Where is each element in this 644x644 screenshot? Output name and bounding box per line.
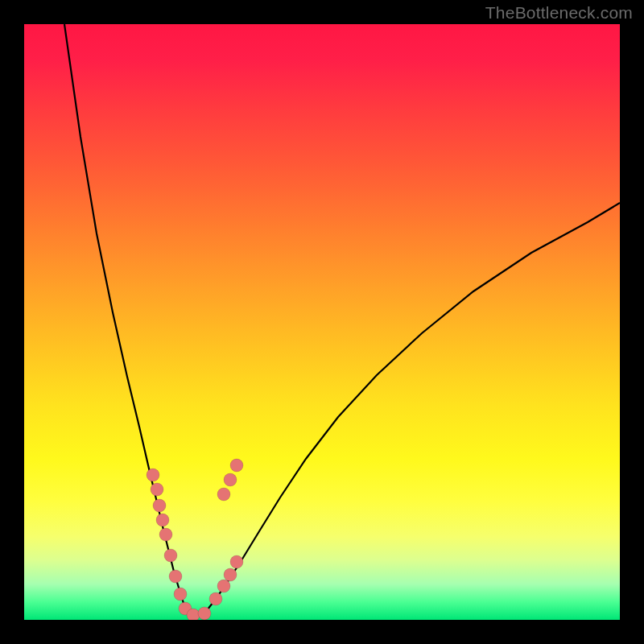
data-dot bbox=[153, 499, 166, 512]
data-dot bbox=[151, 483, 163, 496]
data-dot bbox=[147, 469, 159, 481]
data-dot bbox=[187, 609, 200, 620]
data-dot bbox=[217, 580, 230, 592]
curve-right-arm bbox=[204, 203, 620, 613]
data-dot bbox=[217, 488, 230, 501]
data-dot bbox=[230, 459, 243, 472]
data-dot bbox=[164, 549, 177, 562]
data-dot bbox=[156, 514, 169, 526]
data-dot bbox=[209, 592, 222, 605]
data-dot bbox=[224, 568, 237, 581]
watermark-text: TheBottleneck.com bbox=[485, 3, 633, 23]
plot-area bbox=[24, 24, 620, 620]
data-dots bbox=[147, 459, 243, 620]
data-dot bbox=[169, 570, 182, 583]
chart-frame: TheBottleneck.com bbox=[0, 0, 644, 644]
data-dot bbox=[198, 607, 211, 620]
chart-svg bbox=[24, 24, 620, 620]
data-dot bbox=[159, 528, 172, 541]
data-dot bbox=[174, 588, 187, 601]
data-dot bbox=[230, 555, 243, 568]
data-dot bbox=[224, 473, 237, 486]
